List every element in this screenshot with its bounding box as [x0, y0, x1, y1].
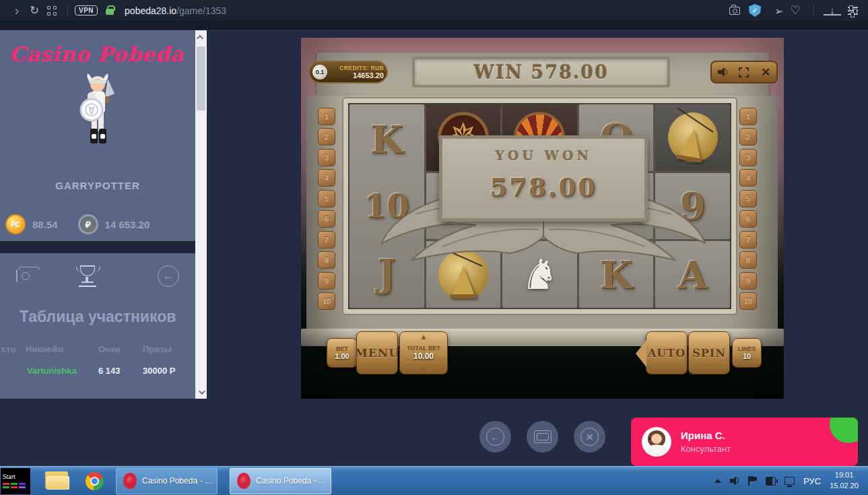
symbol-gold-helmet-2	[655, 104, 730, 171]
tournament-tab[interactable]	[79, 265, 96, 287]
address-bar[interactable]: pobeda28.io/game/1353	[125, 5, 226, 16]
pc-coin-icon: PC	[5, 214, 26, 234]
payline-button-10[interactable]: 10	[739, 292, 757, 310]
paylines-column-right: 12345678910	[739, 108, 760, 310]
bet-down-icon[interactable]: ▼	[420, 366, 428, 372]
scrollbar-thumb[interactable]	[197, 46, 205, 110]
payline-button-6[interactable]: 6	[739, 210, 757, 228]
start-button[interactable]: Start	[1, 468, 30, 494]
language-indicator[interactable]: РУС	[803, 476, 821, 486]
payline-button-7[interactable]: 7	[318, 231, 335, 249]
payline-button-1[interactable]: 1	[739, 108, 757, 125]
taskbar-window-opera-1[interactable]: Casino Pobeda - ...	[116, 468, 218, 494]
payline-button-9[interactable]: 9	[739, 272, 757, 290]
bet-up-icon[interactable]: ▲	[420, 334, 428, 339]
payline-button-1[interactable]: 1	[318, 108, 335, 125]
lines-button[interactable]: LINES 10	[732, 338, 762, 368]
support-chat-widget[interactable]: Ирина С. Консультант	[631, 418, 858, 466]
shield-check-icon[interactable]: ✓	[746, 2, 764, 20]
payline-button-4[interactable]: 4	[318, 169, 335, 187]
you-won-label: YOU WON	[495, 148, 592, 163]
win-display-panel: WIN 578.00	[412, 57, 670, 88]
reload-icon[interactable]: ↻	[26, 2, 43, 20]
balance-row: PC 88.54 ₽ 14 653.20	[0, 212, 195, 236]
volume-icon[interactable]	[730, 476, 739, 486]
payline-button-2[interactable]: 2	[318, 128, 335, 145]
spin-button[interactable]: SPIN	[688, 331, 730, 374]
windows-taskbar: Start Casino Pobeda - ... Casino Pobeda …	[0, 466, 868, 495]
username-label: GARRYPOTTER	[0, 180, 195, 191]
forward-icon[interactable]: ›	[8, 2, 26, 20]
clock[interactable]: 19:01 15.02.20	[830, 470, 861, 492]
slot-game-canvas: 0.1 CREDITS: RUB 14653.20 WIN 578.00 ✕ 1…	[301, 38, 784, 399]
credits-label: CREDITS: RUB	[339, 65, 384, 71]
bet-button[interactable]: BET 1.00	[327, 338, 358, 368]
fullscreen-button[interactable]	[527, 421, 558, 453]
leaderboard-row: Vartunishka6 14330000 Р	[0, 366, 195, 376]
header-place: сто	[0, 344, 26, 354]
start-menu-icon	[3, 483, 28, 488]
payments-tab[interactable]	[16, 270, 18, 282]
payline-button-5[interactable]: 5	[318, 190, 335, 207]
header-prizes: Призы	[143, 344, 190, 354]
payline-button-3[interactable]: 3	[318, 149, 335, 166]
network-icon[interactable]	[784, 477, 795, 485]
ruble-balance-value: 14 653.20	[105, 219, 150, 230]
toolbar-divider	[813, 5, 814, 16]
consultant-role: Консультант	[681, 444, 731, 454]
file-explorer-icon[interactable]	[45, 471, 69, 490]
reel1-panel: K 10 J	[349, 104, 424, 308]
vpn-badge[interactable]: VPN	[75, 5, 98, 15]
payline-button-3[interactable]: 3	[739, 149, 757, 166]
speed-dial-icon[interactable]	[43, 2, 61, 20]
payline-button-8[interactable]: 8	[318, 251, 335, 269]
taskbar-window-opera-2[interactable]: Casino Pobeda - ...	[230, 468, 331, 494]
online-status-circle	[830, 418, 858, 443]
opera-icon	[123, 473, 137, 489]
payline-button-2[interactable]: 2	[739, 128, 757, 145]
total-bet-control[interactable]: ▲ TOTAL BET 10.00 ▼	[399, 331, 448, 374]
scroll-down-icon[interactable]	[195, 387, 207, 397]
scroll-up-icon[interactable]	[195, 32, 207, 42]
settings-sliders-icon[interactable]	[844, 2, 861, 20]
downloads-icon[interactable]: ↓	[824, 5, 841, 15]
payline-button-7[interactable]: 7	[739, 231, 757, 249]
payline-button-4[interactable]: 4	[739, 169, 757, 187]
header-nickname: Никнейм	[26, 344, 98, 354]
secure-lock-icon[interactable]	[106, 9, 114, 15]
bookmark-heart-icon[interactable]: ♡	[787, 2, 804, 20]
menu-button[interactable]: MENU	[356, 331, 398, 374]
leaderboard-row: marat.galiullin20...4 59625000 Р	[0, 397, 195, 399]
symbol-J: J	[378, 251, 396, 295]
toolbar-divider	[67, 5, 68, 16]
denomination-coin[interactable]: 0.1	[312, 65, 327, 79]
auto-play-button[interactable]: AUTO	[646, 331, 688, 374]
casino-sidebar: Casino Pobeda GARRYPOTTER PC 88.54 ₽	[0, 30, 195, 399]
payline-button-6[interactable]: 6	[318, 210, 335, 228]
fullscreen-icon[interactable]	[739, 67, 749, 77]
window-title: Casino Pobeda - ...	[256, 476, 325, 486]
sound-icon[interactable]	[718, 67, 727, 77]
payline-button-8[interactable]: 8	[739, 251, 757, 269]
send-to-device-icon[interactable]	[766, 2, 784, 20]
back-button[interactable]: ←	[479, 421, 511, 453]
bet-label: BET	[336, 345, 348, 352]
close-game-icon[interactable]: ✕	[761, 65, 770, 79]
action-center-flag-icon[interactable]	[748, 476, 757, 486]
url-host: pobeda28.io	[125, 5, 176, 16]
payline-button-5[interactable]: 5	[739, 190, 757, 207]
casino-logo[interactable]: Casino Pobeda	[9, 42, 184, 66]
payline-button-9[interactable]: 9	[318, 272, 335, 290]
battery-icon[interactable]	[766, 477, 776, 486]
chrome-icon[interactable]	[86, 472, 104, 490]
payline-button-10[interactable]: 10	[318, 292, 335, 310]
symbol-K: K	[370, 117, 403, 162]
close-button[interactable]: ✕	[574, 421, 605, 453]
date-label: 15.02.20	[830, 482, 859, 490]
collapse-sidebar-button[interactable]: ←	[158, 265, 179, 287]
sidebar-scrollbar[interactable]	[195, 30, 207, 399]
lines-value: 10	[743, 352, 751, 360]
hidden-icons-chevron[interactable]	[714, 479, 721, 483]
ruble-coin-icon: ₽	[78, 214, 98, 234]
snapshot-camera-icon[interactable]	[726, 2, 743, 20]
